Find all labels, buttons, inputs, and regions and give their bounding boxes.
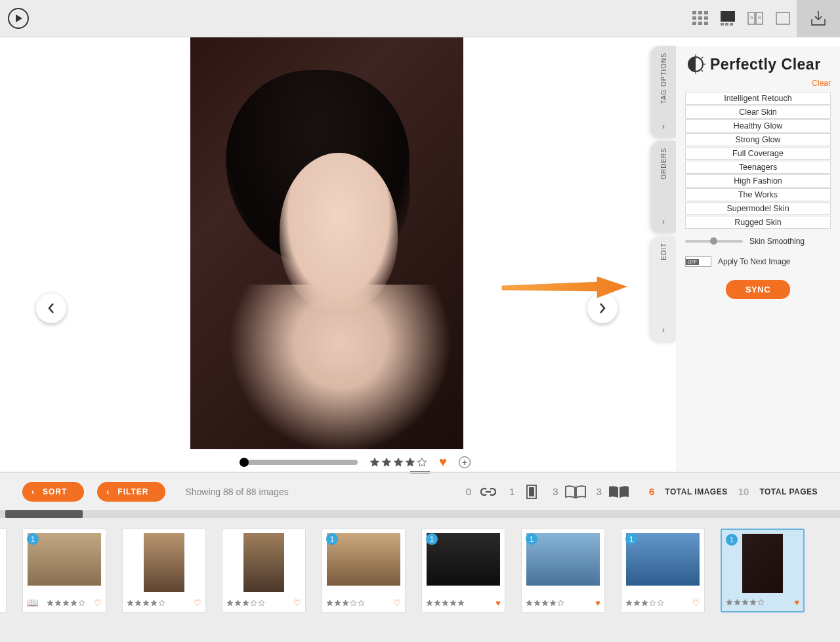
star-icon [405,457,415,468]
heart-icon[interactable]: ♥ [595,598,600,608]
thumb-card[interactable]: 1 ♥ [421,529,505,612]
star-icon [641,599,648,607]
svg-rect-2 [704,11,708,14]
thumb-card[interactable]: 1 ♥ [521,529,605,612]
grid-view-button[interactable] [686,0,714,37]
rating-stars[interactable] [726,599,765,606]
view-mode-buttons: AB [686,0,840,37]
double-page-count: 3 [553,483,587,501]
filmstrip-scrollbar[interactable] [0,510,840,518]
heart-icon[interactable]: ♥ [495,598,501,608]
svg-rect-1 [698,11,702,14]
preset-item[interactable]: Teenagers [685,161,831,174]
chevron-right-icon: › [662,217,665,226]
star-icon [734,599,741,606]
svg-line-23 [702,70,703,71]
svg-rect-6 [692,22,696,25]
thumb-card[interactable]: ♡ [222,529,306,612]
rating-stars[interactable] [127,599,165,607]
thumb-image [243,533,284,592]
add-tag-button[interactable]: + [459,456,471,468]
heart-icon[interactable]: ♡ [94,598,102,608]
rating-stars[interactable] [426,599,465,607]
play-button[interactable] [8,8,29,29]
rating-stars[interactable] [47,599,85,607]
svg-rect-9 [721,11,735,22]
preset-item[interactable]: Full Coverage [685,147,831,160]
thumb-card[interactable]: 1 ♡ [621,529,705,612]
thumb-card[interactable]: ♡ [122,529,206,612]
play-icon [15,14,23,22]
drag-handle[interactable] [410,471,430,474]
preset-item[interactable]: Clear Skin [685,106,831,119]
preset-item[interactable]: The Works [685,188,831,201]
blank-view-button[interactable] [769,0,797,37]
star-icon [649,599,656,607]
thumb-card[interactable]: 1 ♥ [721,529,805,612]
star-icon [657,599,664,607]
zoom-slider[interactable] [240,460,358,465]
thumb-image [327,533,400,586]
rating-stars-main[interactable] [369,457,427,468]
heart-icon[interactable]: ♥ [794,597,799,607]
compare-view-button[interactable]: AB [742,0,769,37]
single-view-button[interactable] [714,0,742,37]
svg-rect-4 [698,16,702,20]
star-icon [258,599,265,607]
tab-tag-options[interactable]: TAG OPTIONS › [651,46,676,138]
preset-item[interactable]: Strong Glow [685,133,831,146]
rating-stars[interactable] [526,599,564,607]
preset-item[interactable]: Rugged Skin [685,216,831,229]
thumb-card[interactable]: ♥ [0,529,7,612]
star-icon [426,599,433,607]
favorite-heart-main[interactable]: ♥ [439,454,447,470]
star-icon [70,599,77,607]
star-icon [549,599,556,607]
tab-edit[interactable]: EDIT › [651,236,676,341]
link-icon [476,483,500,501]
svg-rect-17 [776,12,789,24]
star-icon [226,599,234,607]
rating-stars[interactable] [226,599,265,607]
sort-button[interactable]: ‹SORT [22,482,84,502]
heart-icon[interactable]: ♡ [293,598,301,608]
book-icon: 📖 [27,597,38,608]
single-view-icon [719,10,736,27]
skin-smoothing-slider[interactable] [685,240,743,243]
heart-icon[interactable]: ♡ [692,598,700,608]
star-icon [334,599,341,607]
heart-icon[interactable]: ♡ [194,598,201,608]
star-icon [534,599,541,607]
rating-stars[interactable] [625,599,664,607]
thumb-card[interactable]: 1 ♡ [322,529,406,612]
preset-item[interactable]: Supermodel Skin [685,202,831,215]
tab-orders[interactable]: ORDERS › [651,141,676,233]
star-icon [749,599,757,606]
preset-item[interactable]: High Fashion [685,174,831,188]
book-icon [564,483,587,501]
brand-header: Perfectly Clear [685,54,831,75]
filter-button[interactable]: ‹FILTER [97,482,165,502]
svg-rect-26 [529,487,534,496]
star-icon [526,599,533,607]
thumb-card[interactable]: 1 📖 ♡ [22,529,106,612]
star-icon [726,599,733,606]
book-open-icon [607,483,631,501]
clear-link[interactable]: Clear [685,79,831,88]
export-button[interactable] [797,0,840,37]
skin-smoothing-row: Skin Smoothing [685,237,831,246]
main-image[interactable] [190,37,463,449]
sync-button[interactable]: SYNC [726,280,790,299]
usage-badge: 1 [426,533,438,545]
svg-rect-3 [692,16,696,20]
svg-rect-0 [692,11,696,14]
rating-stars[interactable] [326,599,365,607]
chevron-left-icon: ‹ [106,487,110,496]
thumb-image [28,533,101,586]
prev-image-button[interactable] [36,293,66,323]
preset-item[interactable]: Healthy Glow [685,119,831,132]
star-icon [234,599,242,607]
preset-item[interactable]: Intelligent Retouch [685,92,831,105]
heart-icon[interactable]: ♡ [393,598,401,608]
apply-to-next-toggle[interactable]: OFF [685,256,711,267]
